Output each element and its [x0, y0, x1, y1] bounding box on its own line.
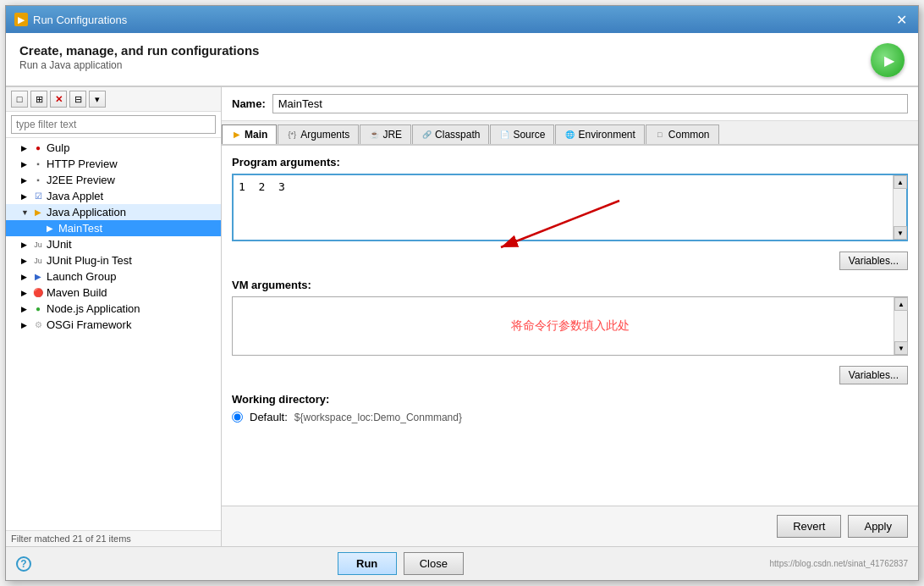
expand-arrow: ▶ — [21, 160, 30, 169]
dialog-title: Run Configurations — [33, 14, 127, 26]
tab-label: Source — [513, 129, 545, 141]
main-tab-icon: ▶ — [231, 130, 241, 140]
launch-group-icon: ▶ — [32, 271, 44, 283]
tab-common[interactable]: □ Common — [646, 124, 719, 144]
right-panel: Name: ▶ Main {*} Arguments ☕ JRE 🔗 — [222, 87, 918, 546]
url-text: https://blog.csdn.net/sinat_41762837 — [770, 559, 908, 568]
program-args-variables-button[interactable]: Variables... — [839, 252, 908, 270]
tree-item-maven[interactable]: ▶ 🔴 Maven Build — [6, 285, 221, 301]
tab-content-main: Program arguments: ▲ ▼ — [222, 146, 918, 506]
run-button[interactable]: Run — [338, 552, 397, 575]
program-args-scrollbar: ▲ ▼ — [893, 175, 906, 240]
revert-button[interactable]: Revert — [777, 515, 841, 538]
filter-button[interactable]: ⊟ — [69, 91, 86, 108]
program-args-input[interactable] — [234, 175, 893, 240]
tree-item-junit[interactable]: ▶ Ju JUnit — [6, 236, 221, 252]
program-args-variables-row: Variables... — [232, 252, 908, 270]
tree-item-label: MainTest — [58, 222, 102, 235]
header-subtitle: Run a Java application — [19, 59, 259, 71]
vm-args-variables-button[interactable]: Variables... — [839, 366, 908, 384]
expand-arrow: ▶ — [21, 144, 30, 152]
tree-item-osgi[interactable]: ▶ ⚙ OSGi Framework — [6, 317, 221, 333]
header-text: Create, manage, and run configurations R… — [19, 43, 259, 71]
tab-label: Common — [668, 129, 710, 141]
tree-item-label: Node.js Application — [47, 302, 140, 315]
delete-button[interactable]: ✕ — [50, 91, 67, 108]
tab-jre[interactable]: ☕ JRE — [360, 124, 411, 144]
footer-row: ? Run Close https://blog.csdn.net/sinat_… — [6, 546, 918, 580]
vm-args-input[interactable] — [233, 297, 894, 355]
tree-item-nodejs[interactable]: ▶ ● Node.js Application — [6, 301, 221, 317]
tab-environment[interactable]: 🌐 Environment — [555, 124, 644, 144]
name-label: Name: — [232, 97, 266, 110]
source-tab-icon: 📄 — [499, 130, 509, 140]
vm-args-variables-row: Variables... — [232, 366, 908, 384]
tree-item-label: Launch Group — [47, 270, 116, 283]
tree-item-maintest[interactable]: ▶ MainTest — [6, 220, 221, 236]
environment-tab-icon: 🌐 — [564, 130, 575, 140]
tab-classpath[interactable]: 🔗 Classpath — [412, 124, 489, 144]
main-content: □ ⊞ ✕ ⊟ ▾ ▶ ● Gulp ▶ ▪ HTTP — [6, 86, 918, 546]
tree-item-j2ee[interactable]: ▶ ▪ J2EE Preview — [6, 172, 221, 188]
default-radio[interactable] — [232, 412, 243, 423]
scroll-down-arrow[interactable]: ▼ — [894, 226, 907, 240]
scroll-up-arrow[interactable]: ▲ — [894, 175, 907, 189]
arguments-tab-icon: {*} — [287, 130, 297, 140]
workdir-path: ${workspace_loc:Demo_Conmmand} — [294, 412, 462, 423]
vm-args-scrollbar: ▲ ▼ — [894, 297, 907, 355]
expand-arrow: ▶ — [21, 321, 30, 329]
filter-status: Filter matched 21 of 21 items — [6, 530, 221, 546]
tree-item-label: Java Application — [47, 206, 126, 218]
tab-main[interactable]: ▶ Main — [222, 124, 277, 146]
header-area: Create, manage, and run configurations R… — [6, 33, 918, 86]
tab-label: JRE — [382, 129, 402, 141]
title-bar: ▶ Run Configurations ✕ — [6, 6, 918, 33]
http-icon: ▪ — [32, 158, 44, 170]
tab-arguments[interactable]: {*} Arguments — [278, 124, 359, 144]
applet-icon: ☑ — [32, 191, 44, 202]
bottom-buttons: Revert Apply — [222, 506, 918, 546]
junit-icon: Ju — [32, 239, 44, 251]
close-dialog-button[interactable]: ✕ — [893, 11, 910, 28]
new-config-button[interactable]: □ — [11, 91, 28, 108]
filter-input[interactable] — [11, 115, 216, 134]
tree-item-label: J2EE Preview — [47, 174, 115, 186]
java-app-icon: ▶ — [32, 207, 44, 218]
scroll-down-arrow[interactable]: ▼ — [894, 341, 908, 355]
apply-button[interactable]: Apply — [848, 515, 908, 538]
vm-args-section: VM arguments: 将命令行参数填入此处 ▲ ▼ Variables — [232, 279, 908, 384]
header-title: Create, manage, and run configurations — [19, 43, 259, 58]
run-close-row: Run Close — [338, 552, 464, 575]
tab-label: Classpath — [435, 129, 480, 141]
tree-item-label: Maven Build — [47, 286, 107, 299]
tree-area: ▶ ● Gulp ▶ ▪ HTTP Preview ▶ ▪ J2EE Previ… — [6, 138, 221, 530]
tree-item-http[interactable]: ▶ ▪ HTTP Preview — [6, 156, 221, 172]
expand-arrow: ▶ — [21, 176, 30, 185]
name-input[interactable] — [272, 94, 908, 113]
filter-box — [6, 112, 221, 138]
menu-button[interactable]: ▾ — [89, 91, 106, 108]
j2ee-icon: ▪ — [32, 174, 44, 186]
help-button[interactable]: ? — [16, 556, 31, 572]
common-tab-icon: □ — [655, 130, 665, 140]
scroll-up-arrow[interactable]: ▲ — [894, 297, 908, 311]
tree-item-applet[interactable]: ▶ ☑ Java Applet — [6, 188, 221, 204]
run-configurations-dialog: ▶ Run Configurations ✕ Create, manage, a… — [5, 5, 919, 581]
tree-item-junit-plugin[interactable]: ▶ Ju JUnit Plug-in Test — [6, 252, 221, 268]
tree-item-launch-group[interactable]: ▶ ▶ Launch Group — [6, 268, 221, 285]
dialog-icon: ▶ — [14, 13, 28, 26]
tree-item-label: HTTP Preview — [47, 158, 118, 170]
left-panel: □ ⊞ ✕ ⊟ ▾ ▶ ● Gulp ▶ ▪ HTTP — [6, 87, 222, 546]
tree-item-label: OSGi Framework — [47, 318, 131, 331]
nodejs-icon: ● — [32, 303, 44, 315]
tree-item-java-app[interactable]: ▼ ▶ Java Application — [6, 204, 221, 220]
duplicate-button[interactable]: ⊞ — [30, 91, 47, 108]
expand-arrow: ▶ — [21, 257, 30, 265]
tree-item-label: Gulp — [47, 141, 69, 154]
classpath-tab-icon: 🔗 — [421, 130, 432, 140]
tab-source[interactable]: 📄 Source — [490, 124, 554, 144]
run-icon — [871, 43, 905, 77]
close-button[interactable]: Close — [404, 552, 464, 575]
tree-item-label: JUnit Plug-in Test — [47, 254, 132, 267]
tree-item-gulp[interactable]: ▶ ● Gulp — [6, 140, 221, 156]
